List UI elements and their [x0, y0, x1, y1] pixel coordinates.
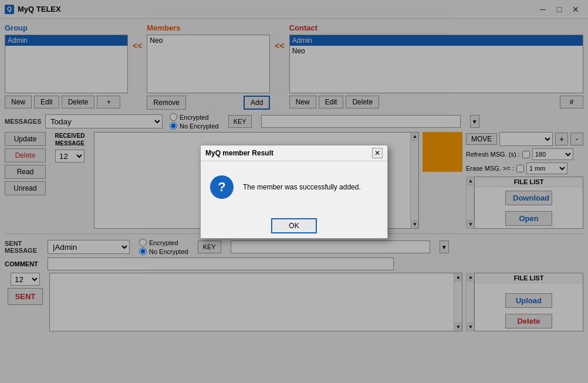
- modal-ok-button[interactable]: OK: [271, 218, 316, 233]
- modal-question-icon: ?: [210, 175, 234, 199]
- modal-close-button[interactable]: ✕: [372, 148, 383, 158]
- modal-body: ? The member was successfully added.: [201, 161, 387, 213]
- modal-title-bar: MyQ member Result ✕: [201, 145, 387, 161]
- modal-dialog: MyQ member Result ✕ ? The member was suc…: [200, 145, 388, 239]
- modal-message: The member was successfully added.: [243, 183, 378, 191]
- modal-overlay[interactable]: MyQ member Result ✕ ? The member was suc…: [0, 0, 588, 383]
- modal-title: MyQ member Result: [205, 149, 273, 157]
- modal-footer: OK: [201, 213, 387, 238]
